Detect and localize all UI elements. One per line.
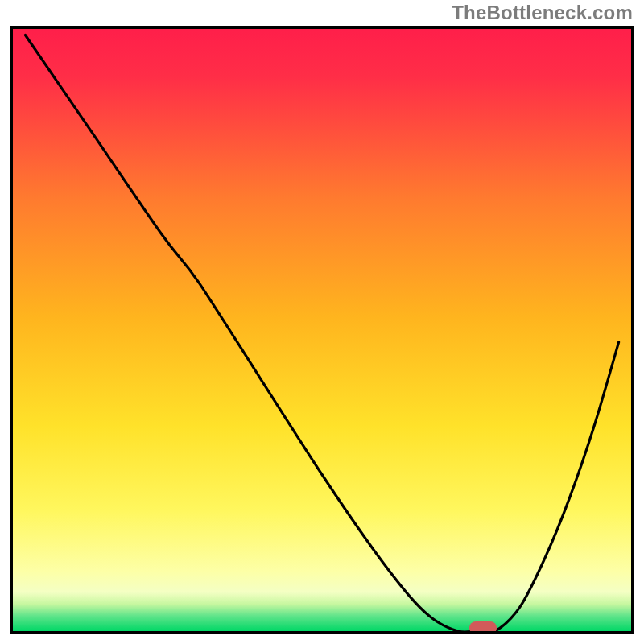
gradient-background	[13, 29, 631, 631]
plot-area	[13, 29, 631, 631]
chart-svg	[13, 29, 631, 631]
chart-frame	[10, 26, 634, 634]
watermark-text: TheBottleneck.com	[452, 2, 633, 24]
optimal-marker	[469, 621, 497, 631]
